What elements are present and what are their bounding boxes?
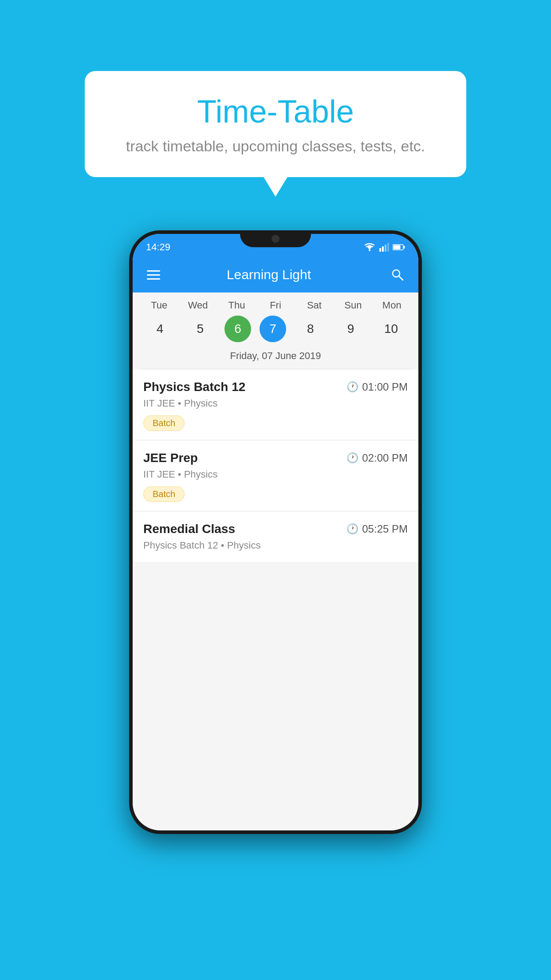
day-header-sun: Sun [337,300,369,311]
camera [272,235,279,243]
signal-icon [379,243,389,252]
item-2-subtitle: IIT JEE • Physics [143,469,408,480]
hamburger-icon[interactable] [143,267,164,283]
svg-rect-7 [404,246,405,249]
day-header-sat: Sat [298,300,330,311]
phone-screen: 14:29 [133,234,418,830]
day-8[interactable]: 8 [295,316,327,342]
schedule-item-1-header: Physics Batch 12 🕐 01:00 PM [143,380,408,394]
clock-icon-3: 🕐 [346,523,358,535]
day-header-mon: Mon [376,300,408,311]
day-header-tue: Tue [143,300,175,311]
search-icon[interactable] [387,265,408,285]
day-6-today[interactable]: 6 [224,316,251,342]
selected-date-label: Friday, 07 June 2019 [133,347,418,369]
speech-bubble: Time-Table track timetable, upcoming cla… [85,71,466,177]
item-1-title: Physics Batch 12 [143,380,245,394]
day-header-thu: Thu [221,300,253,311]
item-2-time: 🕐 02:00 PM [346,452,408,464]
svg-rect-5 [387,243,389,252]
schedule-item-3[interactable]: Remedial Class 🕐 05:25 PM Physics Batch … [133,511,418,562]
speech-bubble-section: Time-Table track timetable, upcoming cla… [85,71,466,177]
schedule-item-2[interactable]: JEE Prep 🕐 02:00 PM IIT JEE • Physics Ba… [133,440,418,511]
day-7-selected[interactable]: 7 [260,316,286,342]
day-headers: Tue Wed Thu Fri Sat Sun Mon [133,300,418,311]
status-time: 14:29 [146,241,170,253]
svg-marker-0 [367,246,372,250]
app-title: Learning Light [173,267,365,282]
schedule-list: Physics Batch 12 🕐 01:00 PM IIT JEE • Ph… [133,369,418,562]
svg-rect-3 [382,246,384,252]
app-bar: Learning Light [133,257,418,292]
day-9[interactable]: 9 [335,316,367,342]
svg-line-10 [399,276,403,280]
item-3-title: Remedial Class [143,522,235,536]
item-2-batch-tag: Batch [143,486,185,502]
bubble-subtitle: track timetable, upcoming classes, tests… [111,138,440,155]
item-1-batch-tag: Batch [143,415,185,431]
day-5[interactable]: 5 [184,316,216,342]
battery-icon [393,244,405,250]
schedule-item-3-header: Remedial Class 🕐 05:25 PM [143,522,408,536]
status-icons [363,243,405,252]
day-10[interactable]: 10 [375,316,407,342]
svg-rect-2 [379,248,381,252]
day-header-fri: Fri [260,300,291,311]
wifi-icon [363,243,376,252]
calendar-strip: Tue Wed Thu Fri Sat Sun Mon 4 5 6 7 8 9 … [133,292,418,369]
schedule-item-1[interactable]: Physics Batch 12 🕐 01:00 PM IIT JEE • Ph… [133,369,418,440]
bubble-title: Time-Table [111,93,440,130]
day-numbers: 4 5 6 7 8 9 10 [133,316,418,342]
item-3-time: 🕐 05:25 PM [346,523,408,535]
day-header-wed: Wed [182,300,214,311]
phone-outer: 14:29 [129,230,422,834]
day-4[interactable]: 4 [144,316,176,342]
phone-mockup: 14:29 [129,230,422,834]
clock-icon-2: 🕐 [346,452,358,464]
svg-point-1 [369,249,370,251]
item-2-title: JEE Prep [143,451,198,465]
notch [240,230,311,247]
item-3-subtitle: Physics Batch 12 • Physics [143,540,408,551]
svg-rect-8 [394,245,401,249]
svg-rect-4 [385,245,386,252]
item-1-subtitle: IIT JEE • Physics [143,398,408,409]
schedule-item-2-header: JEE Prep 🕐 02:00 PM [143,451,408,465]
clock-icon-1: 🕐 [346,381,358,393]
item-1-time: 🕐 01:00 PM [346,381,408,393]
